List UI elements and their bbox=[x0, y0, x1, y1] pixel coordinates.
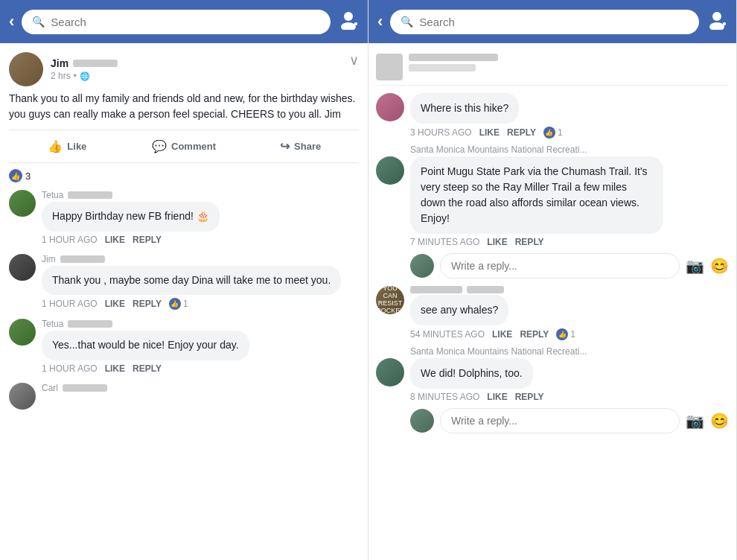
right-search-bar[interactable]: 🔍 bbox=[390, 10, 699, 34]
thread-1-like-btn[interactable]: LIKE bbox=[479, 127, 500, 138]
blurred-post-header bbox=[376, 49, 729, 86]
comment-4-author: Carl bbox=[42, 383, 359, 393]
share-action-button[interactable]: ↪ Share bbox=[242, 133, 359, 159]
comment-3-bubble: Yes...that would be nice! Enjoy your day… bbox=[42, 331, 249, 360]
response-2-like-btn[interactable]: LIKE bbox=[487, 392, 507, 402]
thread-2-meta: 54 MINUTES AGO LIKE REPLY 👍 1 bbox=[410, 328, 575, 340]
post-options-chevron[interactable]: ∨ bbox=[349, 52, 359, 69]
response-2-content: We did! Dolphins, too. 8 MINUTES AGO LIK… bbox=[410, 358, 544, 402]
dot-sep: • bbox=[74, 71, 77, 81]
svg-point-5 bbox=[709, 22, 724, 30]
post-author-info: Jim 2 hrs • 🌐 bbox=[9, 52, 118, 86]
right-header: ‹ 🔍 bbox=[368, 0, 736, 43]
thread-1-reply-btn[interactable]: REPLY bbox=[507, 127, 536, 138]
comment-2-meta: 1 HOUR AGO LIKE REPLY 👍 1 bbox=[42, 298, 359, 310]
thread-1-reaction: 👍 1 bbox=[543, 127, 563, 139]
comment-2-avatar bbox=[9, 254, 36, 281]
camera-icon-2[interactable]: 📷 bbox=[686, 412, 704, 430]
thread-1-content: Where is this hike? 3 HOURS AGO LIKE REP… bbox=[410, 93, 563, 139]
left-search-bar[interactable]: 🔍 bbox=[22, 10, 331, 34]
thread-1-like-badge: 👍 bbox=[543, 127, 555, 139]
response-2-comment: We did! Dolphins, too. 8 MINUTES AGO LIK… bbox=[376, 358, 729, 402]
post-header: Jim 2 hrs • 🌐 ∨ bbox=[9, 52, 359, 86]
comment-1: Tetua Happy Birthday new FB friend! 🎂 1 … bbox=[9, 190, 359, 245]
comment-1-reply-btn[interactable]: REPLY bbox=[133, 235, 162, 245]
post-author-details: Jim 2 hrs • 🌐 bbox=[51, 57, 118, 81]
comment-1-author: Tetua bbox=[42, 190, 359, 200]
response-2-reply-btn[interactable]: REPLY bbox=[515, 392, 544, 402]
comment-1-like-btn[interactable]: LIKE bbox=[105, 235, 125, 245]
comment-2-name: Jim bbox=[42, 254, 56, 264]
like-number: 3 bbox=[25, 171, 31, 182]
response-1-reply-btn[interactable]: REPLY bbox=[515, 237, 544, 247]
comment-1-avatar bbox=[9, 190, 36, 217]
comment-2-like-btn[interactable]: LIKE bbox=[105, 299, 125, 309]
comment-3-meta: 1 HOUR AGO LIKE REPLY bbox=[42, 363, 359, 374]
comment-3-like-btn[interactable]: LIKE bbox=[105, 363, 125, 374]
like-action-button[interactable]: 👍 Like bbox=[9, 133, 126, 159]
comment-3-reply-btn[interactable]: REPLY bbox=[133, 363, 162, 374]
comment-1-time: 1 HOUR AGO bbox=[42, 235, 98, 245]
thread-2-reply-btn[interactable]: REPLY bbox=[520, 329, 549, 340]
left-back-button[interactable]: ‹ bbox=[9, 12, 14, 31]
thread-2-like-btn[interactable]: LIKE bbox=[492, 329, 512, 340]
reply-input-2[interactable] bbox=[440, 408, 680, 433]
comment-3: Tetua Yes...that would be nice! Enjoy yo… bbox=[9, 319, 359, 374]
thread-2-reaction: 👍 1 bbox=[556, 328, 575, 340]
svg-point-1 bbox=[341, 22, 356, 30]
right-person-icon[interactable] bbox=[706, 9, 727, 34]
thread-1-avatar bbox=[376, 93, 404, 121]
comment-3-time: 1 HOUR AGO bbox=[42, 363, 98, 374]
response-2-avatar bbox=[376, 358, 404, 386]
left-panel: ‹ 🔍 Jim bbox=[0, 0, 368, 560]
comment-2-reaction: 👍 1 bbox=[169, 298, 188, 310]
right-panel: ‹ 🔍 bbox=[368, 0, 737, 560]
right-search-icon: 🔍 bbox=[401, 16, 413, 28]
blurred-post-info bbox=[409, 54, 729, 80]
left-search-input[interactable] bbox=[51, 16, 320, 28]
comment-bubble-icon: 💬 bbox=[152, 139, 167, 153]
reply-input-1[interactable] bbox=[440, 253, 680, 279]
response-1-like-btn[interactable]: LIKE bbox=[487, 237, 507, 247]
right-search-input[interactable] bbox=[419, 16, 689, 28]
comment-action-button[interactable]: 💬 Comment bbox=[126, 133, 243, 159]
svg-point-0 bbox=[344, 12, 353, 21]
like-thumb-icon: 👍 bbox=[48, 139, 63, 153]
comment-2-time: 1 HOUR AGO bbox=[42, 299, 98, 309]
smm-name-1: Santa Monica Mountains National Recreati… bbox=[410, 144, 587, 155]
thread-2-time: 54 MINUTES AGO bbox=[410, 329, 485, 340]
thread-2-comment: ONLY YOUCAN RESISTROCKET LAB see any wha… bbox=[376, 286, 729, 340]
emoji-icon-2[interactable]: 😊 bbox=[710, 412, 729, 430]
thread-2-name-blur-2 bbox=[467, 286, 504, 293]
like-label: Like bbox=[67, 141, 86, 152]
like-badge: 👍 bbox=[9, 169, 22, 182]
comment-2-like-badge: 👍 bbox=[169, 298, 181, 310]
comment-1-name-blur bbox=[68, 191, 112, 199]
comment-2-name-blur bbox=[60, 255, 105, 263]
smm-label-2: Santa Monica Mountains National Recreati… bbox=[410, 346, 729, 357]
emoji-icon-1[interactable]: 😊 bbox=[710, 257, 729, 275]
response-1-bubble: Point Mugu State Park via the Chumash Tr… bbox=[410, 156, 663, 234]
share-arrow-icon: ↪ bbox=[280, 139, 290, 153]
share-label: Share bbox=[294, 141, 321, 152]
comment-label: Comment bbox=[171, 141, 216, 152]
comment-2-author: Jim bbox=[42, 254, 359, 264]
smm-name-2: Santa Monica Mountains National Recreati… bbox=[410, 346, 587, 357]
post-body: Thank you to all my family and friends o… bbox=[9, 91, 359, 122]
left-content: Jim 2 hrs • 🌐 ∨ Thank you to all my fami… bbox=[0, 43, 368, 560]
comment-2-reply-btn[interactable]: REPLY bbox=[133, 299, 162, 309]
thread-1-time: 3 HOURS AGO bbox=[410, 127, 472, 138]
blurred-post-thumb bbox=[376, 54, 403, 80]
comment-2: Jim Thank you , maybe some day Dina will… bbox=[9, 254, 359, 311]
thread-2-like-badge: 👍 bbox=[556, 328, 568, 340]
left-search-icon: 🔍 bbox=[32, 16, 45, 28]
response-1-content: Point Mugu State Park via the Chumash Tr… bbox=[410, 156, 663, 247]
thread-1-comment: Where is this hike? 3 HOURS AGO LIKE REP… bbox=[376, 93, 729, 139]
right-back-button[interactable]: ‹ bbox=[377, 12, 383, 31]
comment-1-bubble: Happy Birthday new FB friend! 🎂 bbox=[42, 202, 220, 232]
left-header: ‹ 🔍 bbox=[0, 0, 368, 43]
reply-input-avatar-2 bbox=[410, 409, 434, 433]
left-person-icon[interactable] bbox=[338, 9, 359, 34]
comment-4-name-blur bbox=[63, 384, 107, 392]
camera-icon-1[interactable]: 📷 bbox=[686, 257, 704, 275]
